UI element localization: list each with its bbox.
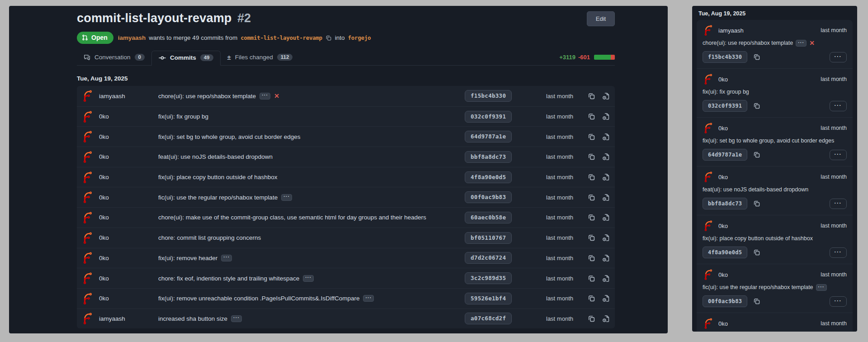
ellipsis-pill[interactable]: ···	[796, 40, 807, 47]
commit-message-link[interactable]: fic(ui): use the regular repo/shabox tem…	[703, 284, 813, 291]
commit-sha-button[interactable]: d7d2c06724	[465, 252, 512, 264]
commit-sha-button[interactable]: 4f8a90e0d5	[703, 247, 747, 258]
view-file-tree-icon[interactable]	[599, 275, 613, 282]
commit-message-link[interactable]: fix(ui): remove header	[158, 255, 217, 261]
forgejo-avatar[interactable]	[703, 269, 713, 280]
commit-author-link[interactable]: 0ko	[99, 153, 109, 160]
commit-author-link[interactable]: iamyaash	[718, 27, 744, 34]
commit-author-link[interactable]: 0ko	[718, 271, 728, 278]
commit-author-link[interactable]: 0ko	[718, 174, 728, 180]
commit-sha-button[interactable]: 59526e1bf4	[465, 293, 512, 304]
commit-sha-button[interactable]: 64d9787a1e	[703, 149, 747, 161]
commit-message-link[interactable]: chore(ui): use repo/shabox template	[158, 93, 256, 100]
commit-sha-button[interactable]: bbf8a8dc73	[465, 151, 512, 163]
commit-message-link[interactable]: chore(ui): use repo/shabox template	[703, 39, 793, 47]
more-actions-button[interactable]: ···	[830, 150, 847, 160]
copy-sha-icon[interactable]	[584, 194, 599, 201]
copy-sha-icon[interactable]	[753, 298, 760, 305]
forgejo-avatar[interactable]	[81, 252, 93, 264]
commit-message-link[interactable]: fix(ui): fix group bg	[158, 113, 208, 120]
copy-sha-icon[interactable]	[753, 53, 760, 61]
commit-message-link[interactable]: fix(ui): fix group bg	[703, 88, 749, 96]
commit-sha-button[interactable]: bf05110767	[465, 232, 512, 244]
commit-message-link[interactable]: fix(ui): set bg to whole group, avoid cu…	[703, 137, 834, 145]
forgejo-avatar[interactable]	[81, 293, 93, 304]
target-branch-link[interactable]: forgejo	[348, 34, 371, 41]
commit-author-link[interactable]: iamyaash	[99, 93, 125, 100]
commit-sha-button[interactable]: 64d9787a1e	[465, 131, 512, 142]
copy-sha-icon[interactable]	[584, 133, 599, 141]
commit-author-link[interactable]: 0ko	[99, 133, 109, 140]
forgejo-avatar[interactable]	[81, 111, 93, 123]
commit-sha-button[interactable]: bbf8a8dc73	[703, 198, 747, 209]
tab-conversation[interactable]: Conversation 0	[77, 50, 151, 65]
commit-sha-button[interactable]: 60aec0b58e	[465, 212, 512, 223]
ellipsis-pill[interactable]: ···	[816, 284, 827, 291]
copy-sha-icon[interactable]	[753, 151, 760, 158]
copy-sha-icon[interactable]	[584, 92, 599, 100]
commit-message-link[interactable]: fix(ui): set bg to whole group, avoid cu…	[158, 133, 300, 140]
commit-author-link[interactable]: 0ko	[718, 125, 728, 132]
commit-author-link[interactable]: 0ko	[99, 234, 109, 241]
source-branch-link[interactable]: commit-list-layout-revamp	[241, 34, 322, 41]
commit-author-link[interactable]: 0ko	[99, 194, 109, 201]
commit-sha-button[interactable]: f15bc4b330	[703, 51, 747, 63]
more-actions-button[interactable]: ···	[830, 296, 847, 307]
forgejo-avatar[interactable]	[703, 171, 713, 182]
view-file-tree-icon[interactable]	[599, 92, 613, 100]
commit-author-link[interactable]: 0ko	[99, 214, 109, 221]
forgejo-avatar[interactable]	[703, 220, 713, 231]
forgejo-avatar[interactable]	[81, 313, 93, 324]
ellipsis-pill[interactable]: ···	[259, 93, 270, 100]
copy-sha-icon[interactable]	[584, 275, 599, 282]
ellipsis-pill[interactable]: ···	[231, 315, 242, 322]
more-actions-button[interactable]: ···	[830, 101, 847, 111]
ellipsis-pill[interactable]: ···	[281, 194, 292, 201]
forgejo-avatar[interactable]	[703, 25, 713, 36]
commit-sha-button[interactable]: 4f8a90e0d5	[465, 171, 512, 183]
commit-message-link[interactable]: chore: fix eof, indention style and trai…	[158, 275, 299, 282]
commit-author-link[interactable]: 0ko	[99, 255, 109, 261]
forgejo-avatar[interactable]	[81, 272, 93, 284]
tab-commits[interactable]: Commits 49	[151, 51, 221, 66]
commit-message-link[interactable]: fic(ui): use the regular repo/shabox tem…	[158, 194, 278, 201]
commit-message-link[interactable]: increased sha button size	[158, 315, 227, 322]
view-file-tree-icon[interactable]	[599, 315, 613, 323]
view-file-tree-icon[interactable]	[599, 194, 613, 201]
view-file-tree-icon[interactable]	[599, 173, 613, 181]
view-file-tree-icon[interactable]	[599, 133, 613, 141]
commit-author-link[interactable]: 0ko	[718, 76, 728, 83]
edit-button[interactable]: Edit	[587, 11, 615, 26]
commit-sha-button[interactable]: 032c0f9391	[465, 111, 512, 123]
commit-sha-button[interactable]: 00f0ac9b83	[465, 191, 512, 203]
copy-branch-icon[interactable]	[326, 35, 332, 41]
commit-sha-button[interactable]: 032c0f9391	[703, 100, 747, 112]
forgejo-avatar[interactable]	[703, 318, 713, 329]
commit-sha-button[interactable]: 3c2c989d35	[465, 272, 512, 284]
copy-sha-icon[interactable]	[584, 254, 599, 262]
forgejo-avatar[interactable]	[703, 74, 713, 85]
forgejo-avatar[interactable]	[81, 151, 93, 163]
commit-author-link[interactable]: 0ko	[718, 320, 728, 327]
commit-author-link[interactable]: 0ko	[99, 295, 109, 302]
more-actions-button[interactable]: ···	[830, 199, 847, 209]
commit-author-link[interactable]: 0ko	[99, 113, 109, 120]
commit-author-link[interactable]: 0ko	[99, 174, 109, 180]
forgejo-avatar[interactable]	[81, 171, 93, 183]
ci-fail-icon[interactable]: ✕	[274, 92, 279, 100]
commit-sha-button[interactable]: f15bc4b330	[465, 90, 512, 102]
view-file-tree-icon[interactable]	[599, 254, 613, 262]
commit-author-link[interactable]: 0ko	[718, 223, 728, 229]
copy-sha-icon[interactable]	[584, 113, 599, 120]
ellipsis-pill[interactable]: ···	[221, 255, 232, 261]
more-actions-button[interactable]: ···	[830, 247, 847, 258]
more-actions-button[interactable]: ···	[830, 52, 847, 62]
copy-sha-icon[interactable]	[753, 200, 760, 207]
forgejo-avatar[interactable]	[703, 123, 713, 133]
commit-message-link[interactable]: chore(ui): make use of the commit-group …	[158, 214, 426, 221]
forgejo-avatar[interactable]	[81, 212, 93, 223]
copy-sha-icon[interactable]	[584, 153, 599, 161]
commit-message-link[interactable]: fix(ui): place copy button outside of ha…	[158, 174, 277, 180]
commit-sha-button[interactable]: a07c68cd2f	[465, 313, 512, 324]
copy-sha-icon[interactable]	[584, 294, 599, 302]
